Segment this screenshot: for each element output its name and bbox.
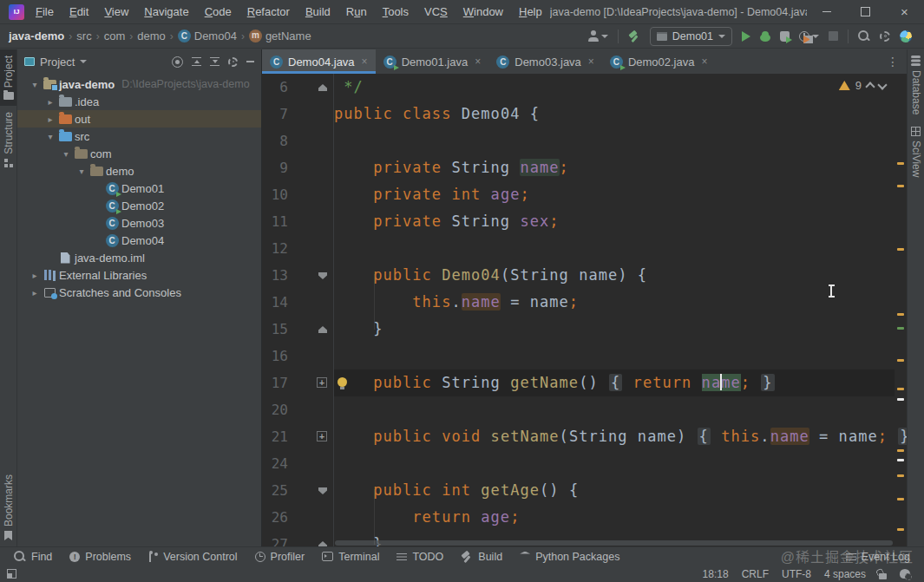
tool-button-find[interactable]: Find [5,547,61,566]
code-text[interactable]: public int getAge() { [334,477,895,504]
caret-position[interactable]: 18:18 [703,568,729,580]
inspections-widget[interactable]: 9 [839,79,886,92]
tab-options-icon[interactable] [879,49,907,74]
debug-icon[interactable] [760,34,770,42]
code-line-13[interactable]: 13 public Demo04(String name) { [262,262,895,289]
user-menu[interactable] [587,30,608,42]
locate-file-icon[interactable] [172,56,183,68]
menu-refactor[interactable]: Refactor [239,5,298,18]
editor-tab-Demo02.java[interactable]: Demo02.java× [602,49,716,74]
code-text[interactable]: private int age; [334,181,895,208]
menu-view[interactable]: View [96,5,136,18]
code-line-12[interactable]: 12 [262,235,895,262]
fold-up-icon[interactable] [318,84,327,91]
prev-problem-icon[interactable] [865,82,875,91]
tree-chevron-icon[interactable]: ▸ [43,97,57,107]
code-text[interactable]: public class Demo04 { [334,101,895,128]
error-stripe[interactable] [895,74,907,546]
fold-down-icon[interactable] [318,272,327,279]
minimize-icon[interactable] [807,0,846,24]
stripe-tab-structure[interactable]: Structure [0,106,16,173]
menu-navigate[interactable]: Navigate [136,5,196,18]
tree-item-java-demo.iml[interactable]: java-demo.iml [17,249,261,266]
tree-item-Demo01[interactable]: Demo01 [17,180,261,197]
code-text[interactable] [334,343,895,369]
line-number[interactable]: 27 [262,531,292,546]
line-number[interactable]: 6 [262,74,292,101]
tree-chevron-icon[interactable]: ▸ [43,114,57,124]
tree-chevron-icon[interactable]: ▾ [28,80,42,89]
close-tab-icon[interactable]: × [701,56,707,68]
code-text[interactable]: private String sex; [334,208,895,235]
gutter[interactable] [292,316,334,343]
tool-button-profiler[interactable]: Profiler [246,547,314,566]
tree-item-Demo04[interactable]: Demo04 [17,232,261,249]
line-number[interactable]: 14 [262,289,292,316]
gutter[interactable] [292,74,334,101]
tree-item-.idea[interactable]: ▸.idea [17,93,261,110]
tool-button-event-log[interactable]: Event Log [837,547,919,566]
code-text[interactable]: this.name = name; [334,289,895,316]
gutter[interactable] [292,450,334,477]
code-text[interactable]: public void setName(String name) { this.… [334,423,907,450]
code-text[interactable]: public String getName() { return name; } [334,369,895,396]
code-line-17[interactable]: 17 public String getName() { return name… [262,369,895,396]
stripe-tab-project[interactable]: Project [0,49,16,106]
collapse-all-icon[interactable] [210,57,220,67]
horizontal-scrollbar[interactable] [335,540,893,546]
menu-run[interactable]: Run [338,5,375,18]
gutter[interactable] [292,477,334,504]
code-line-9[interactable]: 9 private String name; [262,154,895,181]
line-number[interactable]: 12 [262,235,292,262]
tree-item-com[interactable]: ▾com [17,145,261,162]
gutter[interactable] [292,128,334,154]
menu-code[interactable]: Code [197,5,239,18]
settings-gear-icon[interactable] [880,31,890,42]
line-number[interactable]: 13 [262,262,292,289]
close-tab-icon[interactable]: × [362,56,368,68]
fold-down-icon[interactable] [318,487,327,494]
close-icon[interactable]: × [885,0,924,24]
stripe-tab-database[interactable]: Database [908,49,924,121]
tool-button-version-control[interactable]: Version Control [140,547,246,566]
tree-chevron-icon[interactable]: ▸ [28,271,42,280]
indent-style[interactable]: 4 spaces [824,568,866,580]
project-panel-title[interactable]: Project [40,56,75,69]
menu-build[interactable]: Build [298,5,338,18]
breadcrumb-item-demo[interactable]: demo [137,29,166,43]
run-icon[interactable] [742,31,750,42]
lock-icon[interactable] [879,573,887,579]
code-line-15[interactable]: 15 } [262,316,895,343]
fold-plus-icon[interactable] [317,377,327,388]
code-text[interactable] [334,450,895,477]
menu-help[interactable]: Help [511,5,550,18]
stop-icon[interactable] [829,31,838,41]
code-line-16[interactable]: 16 [262,343,895,369]
tool-button-todo[interactable]: TODO [388,547,452,566]
line-number[interactable]: 25 [262,477,292,504]
menu-vcs[interactable]: VCS [416,5,455,18]
line-number[interactable]: 20 [262,396,292,423]
inspection-profile-icon[interactable] [900,569,910,579]
gutter[interactable] [292,423,334,450]
code-text[interactable]: } [334,316,895,343]
gutter[interactable] [292,504,334,531]
code-text[interactable] [334,235,895,262]
gutter[interactable] [292,262,334,289]
tree-chevron-icon[interactable]: ▸ [28,288,42,298]
close-tab-icon[interactable]: × [588,56,594,68]
close-tab-icon[interactable]: × [475,56,481,68]
tree-item-External Libraries[interactable]: ▸External Libraries [17,266,261,284]
breadcrumb-item-Demo04[interactable]: Demo04 [178,29,237,43]
code-text[interactable]: */ [334,74,895,101]
next-problem-icon[interactable] [877,80,887,89]
code-text[interactable]: private String name; [334,154,895,181]
breadcrumb-item-getName[interactable]: getName [249,29,311,43]
maximize-icon[interactable] [846,0,885,24]
expand-all-icon[interactable] [192,57,201,67]
profiler-menu[interactable] [799,31,819,42]
editor-tab-Demo04.java[interactable]: Demo04.java× [262,49,376,74]
line-number[interactable]: 26 [262,504,292,531]
line-number[interactable]: 24 [262,450,292,477]
tool-button-python-packages[interactable]: Python Packages [511,547,628,566]
